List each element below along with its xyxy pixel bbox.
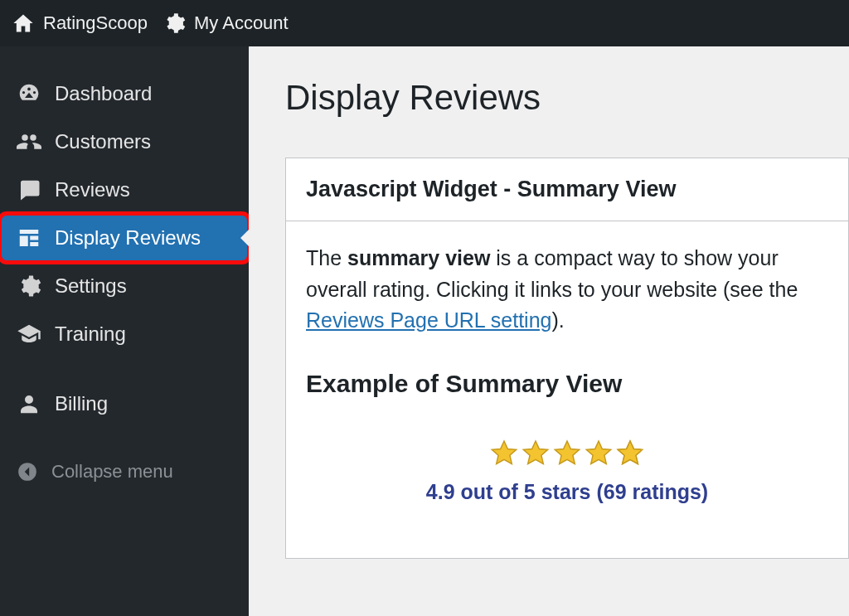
site-name: RatingScoop: [43, 12, 148, 34]
reviews-icon: [17, 177, 41, 202]
gear-icon: [17, 274, 41, 298]
desc-bold: summary view: [347, 246, 490, 269]
sidebar-item-display-reviews[interactable]: Display Reviews: [0, 214, 249, 262]
sidebar-item-reviews[interactable]: Reviews: [0, 166, 249, 214]
my-account-link[interactable]: My Account: [163, 12, 289, 35]
card-title: Javascript Widget - Summary View: [286, 158, 848, 221]
sidebar-item-label: Billing: [55, 392, 108, 415]
dashboard-icon: [17, 81, 41, 106]
home-icon: [12, 12, 35, 35]
collapse-menu-button[interactable]: Collapse menu: [0, 449, 249, 494]
sidebar-item-label: Display Reviews: [55, 226, 201, 250]
reviews-page-url-link[interactable]: Reviews Page URL setting: [306, 308, 551, 332]
star-icon: [489, 439, 519, 468]
sidebar-item-label: Customers: [55, 130, 151, 153]
sidebar-item-customers[interactable]: Customers: [0, 118, 249, 166]
collapse-label: Collapse menu: [51, 461, 173, 483]
sidebar-item-billing[interactable]: Billing: [0, 380, 249, 428]
billing-icon: [17, 391, 41, 416]
display-reviews-icon: [17, 226, 41, 250]
collapse-icon: [17, 461, 38, 483]
gear-icon: [163, 12, 186, 35]
sidebar-item-label: Reviews: [55, 178, 130, 201]
customers-icon: [17, 129, 41, 154]
star-icon: [552, 439, 582, 468]
rating-stars: [489, 439, 645, 468]
sidebar-item-settings[interactable]: Settings: [0, 262, 249, 310]
card-body: The summary view is a compact way to sho…: [286, 221, 848, 558]
sidebar-item-training[interactable]: Training: [0, 310, 249, 358]
star-icon: [584, 439, 614, 468]
sidebar-item-label: Training: [55, 323, 126, 346]
admin-sidebar: Dashboard Customers Reviews Display Revi…: [0, 46, 249, 616]
page-title: Display Reviews: [249, 46, 849, 149]
rating-summary-text: 4.9 out of 5 stars (69 ratings): [306, 477, 828, 508]
site-home-link[interactable]: RatingScoop: [12, 12, 148, 35]
star-icon-partial: [615, 439, 645, 468]
account-label: My Account: [194, 12, 289, 34]
summary-rating-widget[interactable]: 4.9 out of 5 stars (69 ratings): [306, 439, 828, 508]
training-icon: [17, 322, 41, 347]
desc-text: ).: [551, 308, 564, 332]
star-icon: [521, 439, 551, 468]
main-content: Display Reviews Javascript Widget - Summ…: [249, 46, 849, 616]
desc-text: The: [306, 246, 347, 269]
sidebar-item-label: Dashboard: [55, 82, 152, 105]
sidebar-item-label: Settings: [55, 274, 127, 298]
admin-topbar: RatingScoop My Account: [0, 0, 849, 46]
widget-card: Javascript Widget - Summary View The sum…: [285, 158, 849, 559]
example-heading: Example of Summary View: [306, 365, 828, 402]
widget-description: The summary view is a compact way to sho…: [306, 243, 828, 337]
sidebar-item-dashboard[interactable]: Dashboard: [0, 70, 249, 118]
